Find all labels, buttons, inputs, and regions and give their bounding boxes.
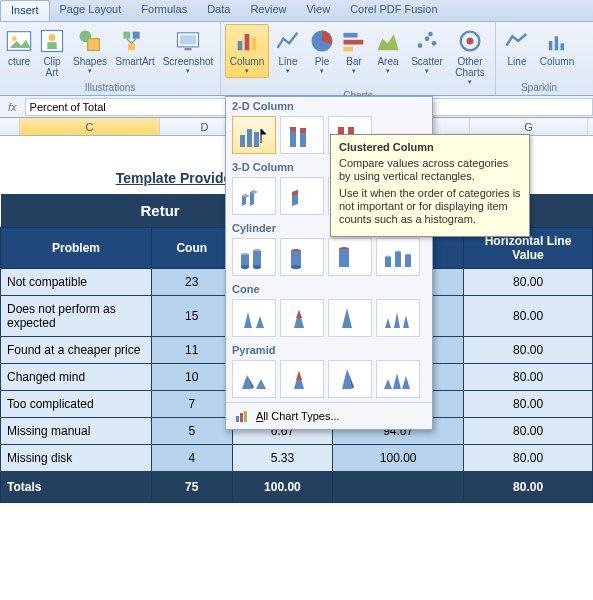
group-sparklines: Line Column Sparklin bbox=[496, 22, 582, 95]
svg-point-23 bbox=[428, 32, 433, 37]
tab-corel-pdf-fusion[interactable]: Corel PDF Fusion bbox=[340, 0, 447, 21]
gallery-cone-1[interactable] bbox=[232, 299, 276, 337]
gallery-pyramid-1[interactable] bbox=[232, 360, 276, 398]
all-chart-types-label: AAll Chart Types...ll Chart Types... bbox=[256, 410, 340, 422]
svg-rect-4 bbox=[47, 42, 56, 49]
sparkline-line-button[interactable]: Line bbox=[500, 24, 534, 70]
picture-button[interactable]: cture bbox=[4, 24, 34, 70]
svg-rect-54 bbox=[395, 252, 401, 267]
chart-icon bbox=[234, 408, 250, 424]
svg-rect-31 bbox=[254, 132, 259, 147]
gallery-stacked-column[interactable] bbox=[280, 116, 324, 154]
tab-formulas[interactable]: Formulas bbox=[131, 0, 197, 21]
gallery-cylinder-2[interactable] bbox=[280, 238, 324, 276]
bar-chart-button[interactable]: Bar▾ bbox=[339, 24, 369, 78]
line-chart-button[interactable]: Line▾ bbox=[271, 24, 305, 78]
svg-rect-8 bbox=[133, 32, 140, 39]
row-header-gutter bbox=[0, 118, 20, 135]
column-chart-button[interactable]: Column▾ bbox=[225, 24, 269, 78]
svg-rect-19 bbox=[344, 47, 353, 52]
tooltip-title: Clustered Column bbox=[339, 141, 521, 153]
tab-view[interactable]: View bbox=[296, 0, 340, 21]
other-charts-icon bbox=[456, 27, 484, 55]
svg-rect-13 bbox=[238, 41, 243, 50]
svg-rect-58 bbox=[240, 413, 243, 422]
svg-rect-34 bbox=[300, 133, 306, 147]
tab-insert[interactable]: Insert bbox=[0, 0, 50, 21]
svg-point-21 bbox=[425, 36, 430, 41]
gallery-cone-3[interactable] bbox=[328, 299, 372, 337]
svg-rect-17 bbox=[344, 33, 358, 38]
sparkline-column-button[interactable]: Column bbox=[536, 24, 578, 70]
svg-rect-6 bbox=[88, 39, 100, 51]
svg-rect-32 bbox=[290, 131, 296, 147]
table-totals-row: Totals75100.0080.00 bbox=[1, 472, 593, 503]
svg-rect-59 bbox=[244, 411, 247, 422]
tooltip-clustered-column: Clustered Column Compare values across c… bbox=[330, 134, 530, 237]
gallery-cylinder-3[interactable] bbox=[328, 238, 372, 276]
svg-point-1 bbox=[12, 36, 17, 41]
svg-rect-11 bbox=[180, 35, 196, 44]
clipart-icon bbox=[38, 27, 66, 55]
col-header-c[interactable]: C bbox=[20, 118, 160, 135]
gallery-pyramid-2[interactable] bbox=[280, 360, 324, 398]
svg-point-3 bbox=[49, 34, 56, 41]
svg-rect-47 bbox=[291, 251, 301, 267]
pie-chart-button[interactable]: Pie▾ bbox=[307, 24, 337, 78]
col-header-g[interactable]: G bbox=[470, 118, 588, 135]
picture-icon bbox=[5, 27, 33, 55]
svg-rect-57 bbox=[236, 416, 239, 422]
svg-rect-18 bbox=[344, 40, 364, 45]
tab-data[interactable]: Data bbox=[197, 0, 240, 21]
group-illustrations-label: Illustrations bbox=[85, 82, 136, 93]
svg-point-25 bbox=[467, 38, 474, 45]
gallery-pyramid-4[interactable] bbox=[376, 360, 420, 398]
line-chart-icon bbox=[274, 27, 302, 55]
scatter-chart-icon bbox=[413, 27, 441, 55]
group-illustrations: cture Clip Art Shapes▾ SmartArt Screensh… bbox=[0, 22, 221, 95]
gallery-cylinder-1[interactable] bbox=[232, 238, 276, 276]
gallery-clustered-column[interactable] bbox=[232, 116, 276, 154]
all-chart-types-button[interactable]: AAll Chart Types...ll Chart Types... bbox=[226, 402, 432, 429]
svg-point-22 bbox=[432, 41, 437, 46]
svg-rect-14 bbox=[245, 34, 250, 50]
tab-review[interactable]: Review bbox=[240, 0, 296, 21]
gallery-cone-2[interactable] bbox=[280, 299, 324, 337]
gallery-section-2d: 2-D Column bbox=[226, 97, 432, 114]
table-row: Missing disk45.33100.0080.00 bbox=[1, 445, 593, 472]
group-sparklines-label: Sparklin bbox=[521, 82, 557, 93]
gallery-3d-stacked[interactable] bbox=[280, 177, 324, 215]
tooltip-body-1: Compare values across categories by usin… bbox=[339, 157, 521, 183]
tab-page-layout[interactable]: Page Layout bbox=[50, 0, 132, 21]
svg-rect-27 bbox=[555, 36, 559, 50]
sparkline-column-icon bbox=[543, 27, 571, 55]
svg-point-42 bbox=[241, 265, 249, 269]
gallery-3d-clustered[interactable] bbox=[232, 177, 276, 215]
svg-rect-44 bbox=[253, 251, 261, 267]
svg-rect-33 bbox=[290, 127, 296, 131]
smartart-button[interactable]: SmartArt bbox=[112, 24, 158, 70]
shapes-button[interactable]: Shapes▾ bbox=[70, 24, 110, 78]
other-charts-button[interactable]: Other Charts▾ bbox=[449, 24, 491, 89]
svg-rect-29 bbox=[240, 135, 245, 147]
gallery-cone-4[interactable] bbox=[376, 299, 420, 337]
ribbon-tabs: Insert Page Layout Formulas Data Review … bbox=[0, 0, 593, 22]
pie-chart-icon bbox=[308, 27, 336, 55]
shapes-icon bbox=[76, 27, 104, 55]
sparkline-line-icon bbox=[503, 27, 531, 55]
fx-icon[interactable]: fx bbox=[0, 101, 25, 113]
screenshot-button[interactable]: Screenshot▾ bbox=[160, 24, 216, 78]
area-chart-button[interactable]: Area▾ bbox=[371, 24, 405, 78]
group-charts: Column▾ Line▾ Pie▾ Bar▾ Area▾ Scatter▾ bbox=[221, 22, 496, 95]
gallery-cylinder-4[interactable] bbox=[376, 238, 420, 276]
gallery-pyramid-3[interactable] bbox=[328, 360, 372, 398]
svg-point-20 bbox=[418, 43, 423, 48]
scatter-chart-button[interactable]: Scatter▾ bbox=[407, 24, 447, 78]
svg-rect-12 bbox=[185, 48, 192, 50]
svg-rect-37 bbox=[338, 127, 344, 134]
clipart-button[interactable]: Clip Art bbox=[36, 24, 68, 81]
svg-rect-15 bbox=[252, 38, 257, 51]
gallery-section-cone: Cone bbox=[226, 280, 432, 297]
svg-rect-9 bbox=[128, 43, 135, 50]
svg-rect-7 bbox=[123, 32, 130, 39]
